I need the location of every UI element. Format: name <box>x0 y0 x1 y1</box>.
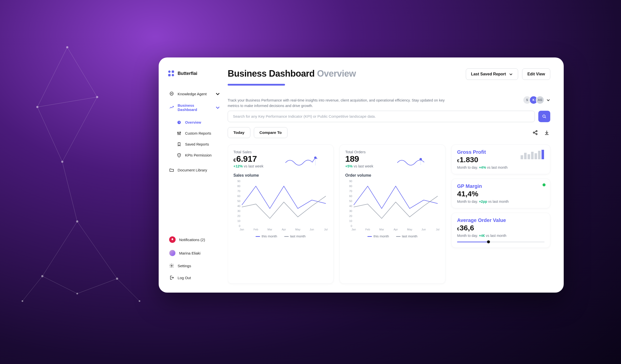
aov-slider[interactable] <box>457 241 545 243</box>
chart-title: Order volume <box>345 173 440 178</box>
svg-text:0: 0 <box>351 224 352 227</box>
settings-row[interactable]: Settings <box>168 261 222 271</box>
svg-text:Mar: Mar <box>268 228 272 231</box>
nav-label: Knowledge Agent <box>178 92 207 96</box>
user-row[interactable]: Marina Eliaki <box>168 247 222 259</box>
card-gp-margin: GP Margin 41,4% Month to day. +2pp vs la… <box>451 179 550 208</box>
page-title: Business Dashboard Overview <box>228 68 356 79</box>
notifications-label: Notifications (2) <box>179 238 205 242</box>
legend-last-month: last month <box>396 234 417 238</box>
nav-sub-label: Saved Reports <box>185 142 209 146</box>
notifications-row[interactable]: Notifications (2) <box>168 234 222 245</box>
svg-rect-88 <box>535 153 537 159</box>
select-label: Last Saved Report <box>471 72 506 76</box>
sidebar: Butterflai Knowledge Agent Business Dash… <box>159 57 228 293</box>
today-button[interactable]: Today <box>228 127 250 138</box>
svg-text:Apr: Apr <box>394 228 398 231</box>
kpi-title: GP Margin <box>457 183 545 189</box>
nav-sub-dashboard: Overview Custom Reports Saved Reports KP… <box>168 117 222 160</box>
svg-line-5 <box>42 221 77 276</box>
kpi-subtext: Month to day. +4% vs last month <box>457 165 545 169</box>
order-volume-chart: 0102030405060708090JanFebMarAprMayJunJul <box>345 180 440 232</box>
nav-sub-kpis-permission[interactable]: KPIs Permission <box>175 150 222 160</box>
svg-point-27 <box>171 94 171 94</box>
svg-point-65 <box>420 158 422 160</box>
bell-icon <box>169 236 176 243</box>
logout-row[interactable]: Log Out <box>168 273 222 283</box>
svg-text:80: 80 <box>237 185 240 188</box>
svg-text:Jul: Jul <box>436 228 439 231</box>
download-button[interactable] <box>543 129 550 136</box>
svg-line-9 <box>42 276 77 294</box>
report-select[interactable]: Last Saved Report <box>466 68 518 80</box>
search-button[interactable] <box>538 111 550 122</box>
compare-to-button[interactable]: Compare To <box>254 127 287 138</box>
brand-name: Butterflai <box>178 71 197 76</box>
svg-rect-85 <box>524 153 527 159</box>
download-icon <box>544 130 550 136</box>
nav-sub-overview[interactable]: Overview <box>175 117 222 128</box>
header-actions: Last Saved Report Edit View <box>466 68 550 80</box>
logout-icon <box>169 275 174 280</box>
share-icon <box>532 130 538 136</box>
nav-item-knowledge-agent[interactable]: Knowledge Agent <box>168 88 222 99</box>
svg-text:Jun: Jun <box>421 228 426 231</box>
svg-point-38 <box>171 265 172 266</box>
svg-line-2 <box>37 107 62 162</box>
title-block: Business Dashboard Overview <box>228 68 356 86</box>
nav-sub-saved-reports[interactable]: Saved Reports <box>175 139 222 150</box>
svg-text:40: 40 <box>237 205 240 208</box>
legend-last-month: last month <box>284 234 306 238</box>
chevron-down-icon[interactable] <box>546 98 550 102</box>
svg-text:0: 0 <box>239 224 240 227</box>
sparkline-icon <box>285 155 322 166</box>
bar-spark-icon <box>521 149 545 159</box>
svg-point-34 <box>177 132 178 133</box>
share-button[interactable] <box>532 129 539 136</box>
search-icon <box>542 114 547 119</box>
sales-volume-chart: 0102030405060708090JanFebMarAprMayJunJul <box>233 180 328 232</box>
svg-point-37 <box>179 155 179 155</box>
slider-thumb[interactable] <box>487 240 490 243</box>
avatar-group[interactable]: S K AG <box>523 96 544 104</box>
search-input[interactable] <box>228 111 535 122</box>
avatar[interactable]: AG <box>536 96 544 104</box>
svg-line-8 <box>117 279 139 301</box>
svg-text:May: May <box>295 228 300 231</box>
trend-icon <box>169 105 174 110</box>
gear-icon <box>169 263 174 268</box>
svg-text:Feb: Feb <box>254 228 258 231</box>
svg-text:20: 20 <box>349 214 352 217</box>
sliders-icon <box>177 131 182 136</box>
card-gross-profit: Gross Profit €1.830 Month to day. +4% vs… <box>451 145 550 174</box>
edit-view-button[interactable]: Edit View <box>522 68 550 80</box>
title-underline <box>228 84 285 86</box>
card-average-order-value: Average Order Value €36,6 Month to day. … <box>451 213 550 248</box>
nav-sub-custom-reports[interactable]: Custom Reports <box>175 128 222 139</box>
chevron-down-icon <box>215 91 220 96</box>
svg-line-4 <box>62 162 77 221</box>
app-window: Butterflai Knowledge Agent Business Dash… <box>159 57 564 293</box>
svg-text:Mar: Mar <box>379 228 384 231</box>
kpi-column: Gross Profit €1.830 Month to day. +4% vs… <box>451 145 550 284</box>
main-content: Business Dashboard Overview Last Saved R… <box>228 57 564 293</box>
nav-item-business-dashboard[interactable]: Business Dashboard <box>168 100 222 115</box>
svg-text:30: 30 <box>237 209 240 212</box>
brand: Butterflai <box>168 70 222 77</box>
svg-rect-25 <box>172 74 174 76</box>
nav-label: Document Library <box>178 168 207 172</box>
page-description: Track your Business Performance with rea… <box>228 98 452 109</box>
svg-line-40 <box>545 117 546 118</box>
brand-logo-icon <box>168 70 175 77</box>
svg-point-19 <box>22 300 23 302</box>
user-name-label: Marina Eliaki <box>179 251 201 255</box>
clock-icon <box>177 120 182 125</box>
svg-text:20: 20 <box>237 214 240 217</box>
sparkline-icon <box>397 155 434 166</box>
nav-item-document-library[interactable]: Document Library <box>168 164 222 175</box>
metrics-grid: Total Sales €6.917 +12% vs last week Sal… <box>228 145 550 284</box>
svg-text:50: 50 <box>349 200 352 203</box>
svg-text:70: 70 <box>349 190 352 193</box>
svg-text:50: 50 <box>237 200 240 203</box>
svg-point-18 <box>116 278 118 280</box>
